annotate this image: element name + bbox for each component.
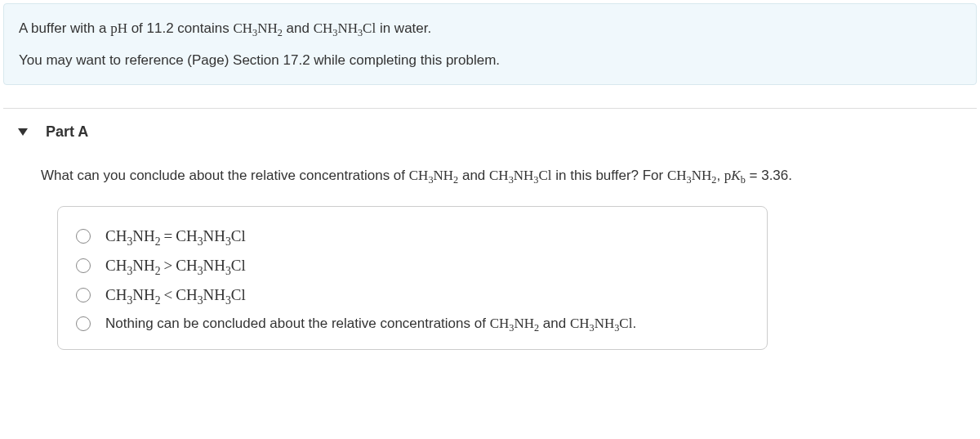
options-group: CH3NH2=CH3NH3Cl CH3NH2>CH3NH3Cl CH3NH2<C… [57, 206, 768, 350]
text: A buffer with a [19, 20, 110, 36]
option-label: Nothing can be concluded about the relat… [105, 316, 636, 332]
radio-icon[interactable] [76, 258, 91, 273]
text: What can you conclude about the relative… [41, 168, 409, 183]
intro-line-1: A buffer with a pH of 11.2 contains CH3N… [19, 17, 961, 39]
option-1[interactable]: CH3NH2=CH3NH3Cl [76, 222, 749, 251]
option-2[interactable]: CH3NH2>CH3NH3Cl [76, 251, 749, 280]
radio-icon[interactable] [76, 288, 91, 302]
question-text: What can you conclude about the relative… [0, 155, 980, 190]
radio-icon[interactable] [76, 229, 91, 244]
q-species-2: CH3NH3Cl [489, 168, 552, 183]
radio-icon[interactable] [76, 316, 91, 331]
q-species-1: CH3NH2 [409, 168, 458, 183]
text: in water. [376, 20, 431, 36]
text: in this buffer? For [552, 168, 667, 183]
intro-line-2: You may want to reference (Page) Section… [19, 49, 961, 71]
option-label: CH3NH2>CH3NH3Cl [105, 257, 246, 275]
text: = 3.36. [746, 168, 792, 183]
option-4[interactable]: Nothing can be concluded about the relat… [76, 310, 749, 338]
text: and [458, 168, 489, 183]
species-2: CH3NH3Cl [314, 20, 376, 36]
pkb-label: pKb [724, 168, 746, 183]
text: and [283, 20, 314, 36]
chevron-down-icon [18, 128, 28, 136]
species-1: CH3NH2 [233, 20, 282, 36]
option-3[interactable]: CH3NH2<CH3NH3Cl [76, 280, 749, 310]
option-label: CH3NH2<CH3NH3Cl [105, 286, 246, 304]
q-species-3: CH3NH2 [667, 168, 716, 183]
text: of 11.2 contains [127, 20, 233, 36]
option-label: CH3NH2=CH3NH3Cl [105, 227, 246, 245]
ph-label: pH [110, 20, 127, 36]
part-title: Part A [46, 123, 88, 141]
part-a-header[interactable]: Part A [0, 109, 980, 155]
problem-intro: A buffer with a pH of 11.2 contains CH3N… [3, 3, 977, 85]
text: , [716, 168, 724, 183]
